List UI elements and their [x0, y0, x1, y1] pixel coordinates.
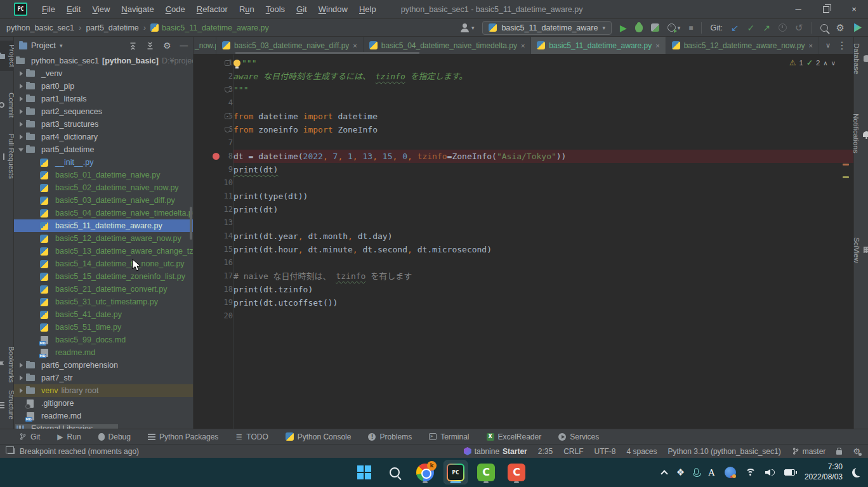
- close-tab-icon[interactable]: ×: [353, 42, 357, 49]
- close-tab-icon[interactable]: ×: [521, 42, 525, 49]
- tree-row[interactable]: part2_sequences: [14, 105, 193, 118]
- toolwindow-button-problems[interactable]: !Problems: [368, 432, 412, 441]
- tab-scrollbar[interactable]: [235, 52, 419, 54]
- maximize-button[interactable]: [812, 0, 840, 18]
- tree-row[interactable]: part1_literals: [14, 93, 193, 105]
- toolwindow-button-services[interactable]: Services: [558, 432, 599, 441]
- tree-row[interactable]: part6_comprehension: [14, 359, 193, 372]
- stripe-button-commit[interactable]: Commit: [0, 89, 15, 122]
- gutter[interactable]: 20: [194, 309, 233, 323]
- stripe-button-pull-requests[interactable]: Pull Requests: [0, 130, 15, 183]
- battery-icon[interactable]: [784, 469, 795, 476]
- menu-file[interactable]: File: [36, 0, 61, 18]
- next-problem-button[interactable]: ∨: [831, 60, 836, 67]
- gutter[interactable]: 7: [194, 136, 233, 150]
- tree-row[interactable]: readme.md: [14, 346, 193, 359]
- stripe-button-notifications[interactable]: Notifications: [852, 110, 868, 157]
- code-editor[interactable]: 1-"""2aware な日付時刻を生成するには、 tzinfo を指定します。…: [194, 55, 853, 429]
- project-scrollbar[interactable]: [190, 207, 192, 240]
- tree-row[interactable]: basic5_15_datetime_zoneinfo_list.py: [14, 270, 193, 283]
- collapsed-arrow-icon[interactable]: [16, 71, 25, 76]
- stripe-button-project[interactable]: Project: [0, 41, 16, 71]
- toolwindow-button-excelreader[interactable]: XExcelReader: [487, 432, 542, 441]
- editor-tab[interactable]: basic5_11_datetime_aware.py×: [531, 37, 666, 54]
- tree-row[interactable]: basic5_11_datetime_aware.py: [14, 219, 193, 232]
- run-button[interactable]: ▶: [620, 23, 627, 32]
- project-settings-button[interactable]: ⚙: [163, 41, 171, 51]
- breadcrumb-folder[interactable]: part5_datetime: [86, 23, 138, 32]
- stripe-button-bookmarks[interactable]: Bookmarks: [0, 342, 15, 387]
- gutter[interactable]: 3: [194, 83, 233, 96]
- tree-row[interactable]: basic5_13_datetime_aware_change_tz.py: [14, 245, 193, 257]
- git-push-button[interactable]: ↗: [763, 23, 770, 33]
- search-everywhere-button[interactable]: [820, 24, 828, 32]
- tabnine-toolbar-icon[interactable]: [853, 23, 862, 32]
- profiler-button[interactable]: ▾: [667, 23, 681, 32]
- hide-panel-button[interactable]: —: [180, 41, 188, 50]
- taskbar-chrome-button[interactable]: k: [414, 461, 437, 484]
- gutter[interactable]: 12: [194, 203, 233, 216]
- tree-row[interactable]: part3_structures: [14, 118, 193, 131]
- toolwindow-button-python-packages[interactable]: Python Packages: [148, 432, 218, 441]
- microphone-icon[interactable]: [694, 468, 699, 475]
- tab-options-kebab-icon[interactable]: ⋮: [837, 39, 847, 51]
- collapsed-arrow-icon[interactable]: [16, 134, 25, 140]
- indent-indicator[interactable]: 4 spaces: [627, 447, 657, 456]
- toolwindow-button-terminal[interactable]: >Terminal: [429, 432, 469, 441]
- debug-button[interactable]: [635, 23, 643, 32]
- gutter[interactable]: 13: [194, 216, 233, 230]
- collapsed-arrow-icon[interactable]: [16, 363, 25, 368]
- volume-icon[interactable]: [765, 469, 775, 476]
- toolwindow-button-python-console[interactable]: Python Console: [286, 432, 352, 441]
- expanded-arrow-icon[interactable]: [16, 148, 25, 152]
- tree-row[interactable]: External Libraries: [14, 422, 193, 429]
- gutter[interactable]: 6: [194, 123, 233, 136]
- git-branch-indicator[interactable]: master: [792, 447, 826, 456]
- tree-row[interactable]: part5_datetime: [14, 143, 193, 156]
- lock-icon[interactable]: [836, 450, 842, 455]
- minimize-button[interactable]: ─: [784, 0, 812, 18]
- close-tab-icon[interactable]: ×: [809, 42, 813, 49]
- collapsed-arrow-icon[interactable]: [16, 84, 25, 89]
- toolwindow-button-debug[interactable]: Debug: [98, 432, 131, 441]
- menu-help[interactable]: Help: [353, 0, 382, 18]
- fold-marker-icon[interactable]: [225, 127, 230, 133]
- focus-assist-moon-icon[interactable]: [852, 468, 862, 477]
- taskbar-pycharm-button[interactable]: PC: [444, 461, 467, 484]
- start-button[interactable]: [353, 461, 376, 484]
- gutter[interactable]: 9: [194, 163, 233, 176]
- run-configuration-select[interactable]: basic5_11_datetime_aware▾: [482, 21, 611, 35]
- ime-mode-indicator[interactable]: A: [708, 467, 715, 478]
- editor-tab[interactable]: basic5_12_datetime_aware_now.py×: [666, 37, 819, 54]
- git-commit-button[interactable]: ✓: [747, 23, 755, 33]
- taskbar-capture-button[interactable]: C: [505, 461, 528, 484]
- tree-row[interactable]: part4_dictionary: [14, 131, 193, 143]
- breadcrumb-file[interactable]: basic5_11_datetime_aware.py: [150, 23, 269, 32]
- tree-row[interactable]: basic5_51_time.py: [14, 321, 193, 334]
- menu-window[interactable]: Window: [313, 0, 353, 18]
- prev-problem-button[interactable]: ∧: [823, 60, 827, 67]
- tree-row[interactable]: basic5_99_docs.md: [14, 334, 193, 346]
- collapsed-arrow-icon[interactable]: [16, 375, 25, 380]
- tree-row[interactable]: python_basic_sec1[python_basic]D:¥projec…: [14, 55, 193, 67]
- error-stripe-mark[interactable]: [843, 164, 849, 166]
- fold-marker-icon[interactable]: -: [225, 60, 230, 66]
- toolwindow-button-todo[interactable]: ≣TODO: [235, 432, 268, 441]
- tabnine-status[interactable]: tabnine Starter: [464, 447, 527, 456]
- collapsed-arrow-icon[interactable]: [16, 109, 25, 114]
- gutter[interactable]: 10: [194, 176, 233, 190]
- fold-marker-icon[interactable]: [225, 87, 230, 93]
- collapsed-arrow-icon[interactable]: [16, 96, 25, 101]
- menu-run[interactable]: Run: [233, 0, 260, 18]
- inspections-widget[interactable]: ⚠ 1 ✓ 2 ∧ ∨: [789, 58, 836, 67]
- gutter[interactable]: 5-: [194, 110, 233, 123]
- taskbar-camtasia-button[interactable]: C: [475, 461, 497, 484]
- menu-edit[interactable]: Edit: [61, 0, 86, 18]
- gutter[interactable]: 1-: [194, 56, 233, 70]
- editor-tab[interactable]: basic5_04_datetime_naive_timedelta.py×: [364, 37, 532, 54]
- taskbar-search-button[interactable]: [383, 461, 406, 484]
- menu-refactor[interactable]: Refactor: [191, 0, 233, 18]
- gutter[interactable]: 8: [194, 150, 233, 163]
- tree-row[interactable]: basic5_21_datetime_convert.py: [14, 283, 193, 295]
- error-stripe-mark[interactable]: [843, 176, 849, 178]
